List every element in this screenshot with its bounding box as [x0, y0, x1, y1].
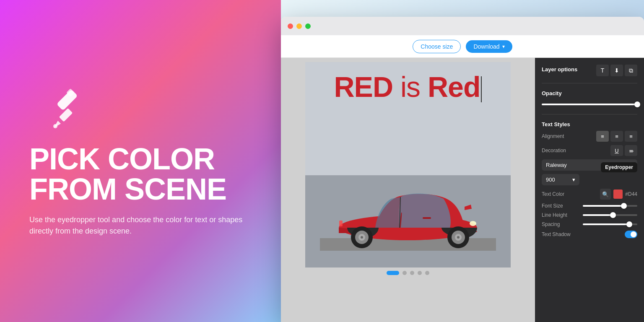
text-is: is	[400, 71, 420, 103]
pagination-dot-1[interactable]	[387, 271, 399, 275]
svg-point-3	[53, 124, 57, 128]
alignment-label: Alignment	[542, 133, 564, 139]
font-weight-arrow: ▾	[572, 177, 575, 183]
spacing-slider[interactable]	[583, 221, 637, 227]
traffic-light-red[interactable]	[288, 23, 293, 29]
text-RED: RED	[334, 71, 393, 103]
layer-btn-text[interactable]: T	[596, 65, 609, 76]
canvas-headline-text: RED is Red	[334, 73, 482, 102]
layer-btn-group: T ⬇ ⧉	[596, 65, 637, 76]
layer-options-section: Layer options T ⬇ ⧉	[542, 65, 637, 76]
font-size-slider[interactable]	[583, 203, 637, 209]
svg-point-15	[361, 236, 363, 239]
window-content: RED is Red	[281, 58, 644, 322]
opacity-label: Opacity	[542, 90, 637, 96]
main-headline: PICK COLOR FROM SCENE	[29, 144, 226, 204]
text-shadow-label: Text Shadow	[542, 231, 571, 237]
pagination-dot-4[interactable]	[418, 271, 422, 275]
opacity-slider[interactable]	[542, 101, 637, 107]
choose-size-button[interactable]: Choose size	[413, 40, 461, 53]
subtext: Use the eyedropper tool and choose the c…	[29, 214, 247, 237]
spacing-label: Spacing	[542, 221, 560, 227]
svg-point-11	[457, 236, 460, 239]
design-canvas[interactable]: RED is Red	[305, 62, 511, 267]
underline-button[interactable]: U	[610, 145, 623, 156]
pagination-dot-3[interactable]	[410, 271, 414, 275]
text-styles-label: Text Styles	[542, 121, 570, 127]
svg-point-17	[470, 221, 476, 226]
canvas-text-overlay: RED is Red	[314, 73, 502, 102]
decoration-buttons: U ≡̶	[610, 145, 637, 156]
font-weight-value: 900	[546, 177, 555, 183]
app-window: Choose size Download RED is Red	[281, 17, 644, 322]
line-height-slider[interactable]	[583, 212, 637, 218]
pagination-dot-5[interactable]	[425, 271, 429, 275]
properties-sidebar: Layer options T ⬇ ⧉ Opacity	[535, 58, 644, 322]
svg-rect-1	[59, 108, 73, 122]
align-left-button[interactable]: ≡	[596, 131, 609, 142]
layer-btn-copy[interactable]: ⧉	[625, 65, 637, 76]
left-panel: PICK COLOR FROM SCENE Use the eyedropper…	[0, 0, 281, 322]
layer-btn-align-bottom[interactable]: ⬇	[610, 65, 623, 76]
svg-rect-18	[339, 221, 343, 226]
window-titlebar	[281, 17, 644, 35]
color-control: 🔍 #D44	[600, 189, 637, 200]
opacity-section: Opacity	[542, 90, 637, 107]
strikethrough-button[interactable]: ≡̶	[625, 145, 637, 156]
right-panel: Choose size Download RED is Red	[281, 0, 644, 322]
font-weight-select[interactable]: 900 ▾	[542, 174, 579, 185]
align-center-button[interactable]: ≡	[610, 131, 623, 142]
pagination	[305, 267, 511, 278]
color-hex-value: #D44	[625, 191, 637, 197]
font-name: Raleway	[546, 162, 567, 168]
canvas-area[interactable]: RED is Red	[281, 58, 535, 322]
layer-options-label: Layer options	[542, 66, 577, 73]
window-toolbar: Choose size Download	[281, 35, 644, 58]
color-swatch[interactable]	[613, 190, 623, 199]
font-size-label: Font Size	[542, 203, 563, 209]
divider-2	[542, 114, 637, 114]
traffic-light-green[interactable]	[305, 23, 311, 29]
line-height-label: Line Height	[542, 212, 567, 218]
text-styles-section: Text Styles Alignment ≡ ≡ ≡ Decoration	[542, 121, 637, 242]
eyedropper-button[interactable]: 🔍	[600, 189, 611, 200]
eyedropper-icon-large	[46, 85, 96, 135]
text-shadow-toggle[interactable]	[625, 231, 637, 238]
decoration-label: Decoration	[542, 148, 566, 153]
alignment-buttons: ≡ ≡ ≡	[596, 131, 637, 142]
pagination-dot-2[interactable]	[402, 271, 407, 275]
svg-rect-16	[423, 217, 431, 219]
traffic-light-yellow[interactable]	[296, 23, 302, 29]
text-color-label: Text Color	[542, 191, 564, 197]
align-right-button[interactable]: ≡	[625, 131, 637, 142]
text-cursor	[481, 76, 482, 102]
divider-1	[542, 83, 637, 83]
car-illustration	[305, 146, 511, 255]
text-Red: Red	[428, 71, 480, 103]
download-button[interactable]: Download	[466, 40, 512, 53]
eyedropper-tooltip: Eyedropper	[601, 162, 637, 172]
